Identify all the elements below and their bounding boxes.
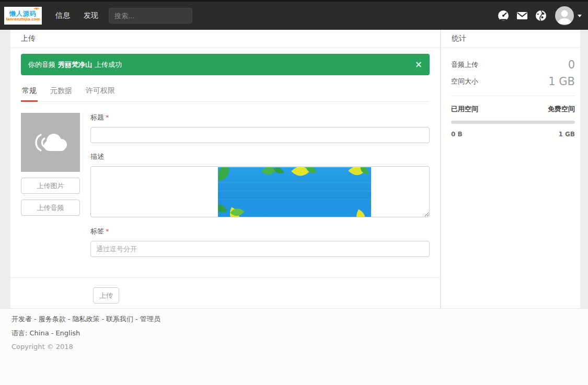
language-label: 语言:: [11, 329, 27, 337]
used-space-value: 0 B: [451, 131, 463, 138]
tags-label: 标签*: [90, 227, 430, 236]
stats-sidebar: 统计 音频上传 0 空间大小 1 GB 已用空间 免费空间: [441, 30, 580, 308]
alert-text-suffix: 上传成功: [95, 60, 122, 69]
site-logo[interactable]: 懒人源码 lanrenzhijia.com: [4, 7, 42, 25]
description-label: 描述: [90, 152, 430, 161]
footer-link-privacy[interactable]: 隐私政策: [72, 315, 99, 323]
stat-value: 1 GB: [548, 75, 575, 88]
media-column: 上传图片 上传音频: [21, 113, 80, 257]
stat-space-size: 空间大小 1 GB: [451, 75, 575, 88]
sidebar-divider: [451, 96, 575, 96]
page-footer: 开发者-服务条款-隐私政策-联系我们-管理员 语言: China-English…: [0, 308, 588, 385]
top-navbar: 懒人源码 lanrenzhijia.com 信息 发现: [0, 0, 588, 30]
stat-label: 音频上传: [451, 60, 478, 69]
avatar: [555, 6, 574, 25]
storage-values: 0 B 1 GB: [451, 131, 575, 138]
signal-icon: [32, 2, 41, 12]
alert-text-prefix: 你的音频: [28, 60, 55, 69]
free-space-label: 免费空间: [548, 104, 575, 114]
footer-language: 语言: China-English: [11, 329, 577, 338]
nav-item-messages[interactable]: 信息: [55, 11, 70, 20]
tab-permissions[interactable]: 许可权限: [85, 84, 116, 101]
page-title: 上传: [10, 30, 440, 48]
total-space-value: 1 GB: [558, 131, 575, 138]
logo-subtitle: lanrenzhijia.com: [6, 17, 40, 21]
promo-image: [218, 167, 371, 217]
upload-image-button[interactable]: 上传图片: [21, 178, 80, 194]
upload-tabs: 常规 元数据 许可权限: [21, 84, 430, 102]
audio-thumbnail: [21, 113, 80, 172]
sidebar-title: 统计: [441, 30, 580, 48]
storage-progress-bar: [451, 121, 575, 124]
tab-metadata[interactable]: 元数据: [49, 84, 73, 101]
footer-link-contact[interactable]: 联系我们: [106, 315, 133, 323]
navbar-actions: [490, 6, 582, 25]
footer-link-admin[interactable]: 管理员: [140, 315, 160, 323]
tab-general[interactable]: 常规: [21, 84, 38, 102]
main-nav: 信息 发现: [42, 11, 98, 20]
form-divider: [10, 277, 440, 278]
footer-link-developers[interactable]: 开发者: [11, 315, 32, 323]
title-input[interactable]: [90, 127, 430, 143]
nav-item-discover[interactable]: 发现: [84, 11, 98, 20]
upload-audio-button[interactable]: 上传音频: [21, 200, 80, 216]
required-mark: *: [106, 227, 109, 235]
title-label: 标题*: [90, 113, 430, 122]
tags-input[interactable]: [90, 241, 430, 257]
user-menu[interactable]: [555, 6, 582, 25]
language-link-english[interactable]: English: [55, 329, 80, 337]
language-link-china[interactable]: China: [30, 329, 49, 337]
storage-labels: 已用空间 免费空间: [451, 104, 575, 114]
copyright-text: Copyright © 2018: [11, 343, 577, 351]
stat-value: 0: [568, 59, 575, 71]
mail-icon[interactable]: [516, 10, 528, 21]
globe-icon[interactable]: [535, 10, 547, 21]
used-space-label: 已用空间: [451, 104, 478, 114]
submit-upload-button[interactable]: 上传: [93, 287, 119, 304]
app-root: 懒人源码 lanrenzhijia.com 信息 发现: [0, 0, 588, 385]
cloud-icon: [30, 129, 71, 157]
dashboard-icon[interactable]: [498, 10, 509, 21]
close-icon[interactable]: ×: [415, 60, 422, 69]
sidebar-body: 音频上传 0 空间大小 1 GB 已用空间 免费空间 0 B 1 GB: [441, 48, 580, 138]
caret-down-icon: [578, 15, 582, 17]
required-mark: *: [106, 113, 109, 121]
alert-filename: 秀丽梵净山: [58, 60, 92, 69]
success-alert: 你的音频 秀丽梵净山 上传成功 ×: [21, 54, 430, 75]
leaves-decoration: [218, 167, 371, 217]
search-input[interactable]: [109, 8, 192, 24]
footer-links: 开发者-服务条款-隐私政策-联系我们-管理员: [11, 314, 577, 324]
stat-label: 空间大小: [451, 77, 478, 86]
stat-audio-uploads: 音频上传 0: [451, 59, 575, 71]
footer-link-terms[interactable]: 服务条款: [39, 315, 66, 323]
